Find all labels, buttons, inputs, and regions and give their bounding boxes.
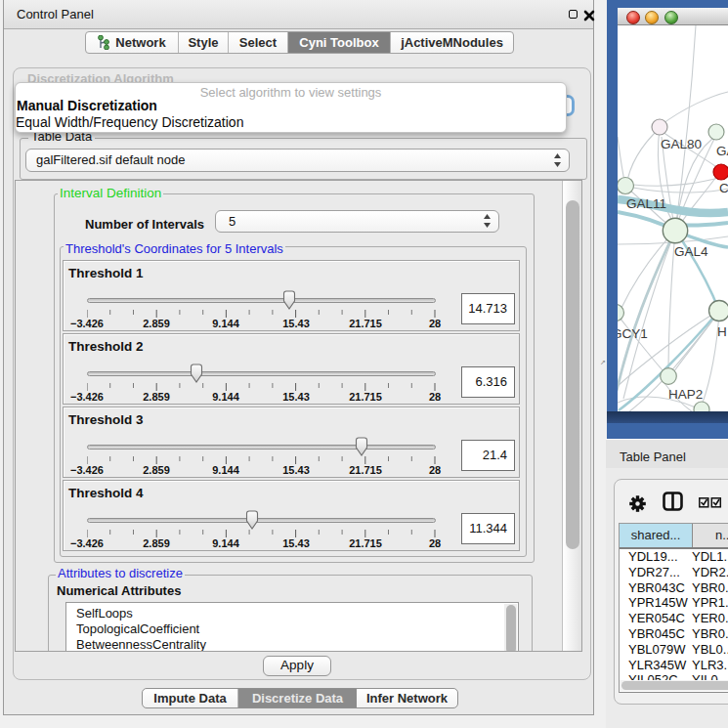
svg-text:GAL4: GAL4	[674, 244, 708, 259]
svg-text:H: H	[717, 324, 727, 339]
svg-text:GCY1: GCY1	[618, 326, 648, 341]
svg-text:GA: GA	[716, 144, 728, 158]
svg-text:HAP2: HAP2	[668, 387, 703, 402]
svg-text:C: C	[719, 181, 728, 195]
svg-text:GAL11: GAL11	[626, 196, 666, 211]
svg-text:GAL80: GAL80	[661, 137, 702, 151]
